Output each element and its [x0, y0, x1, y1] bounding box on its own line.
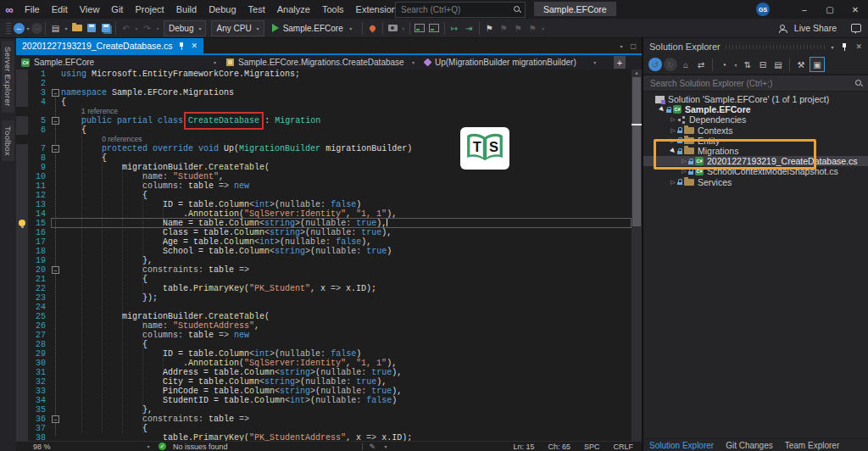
bottom-tab-team-explorer[interactable]: Team Explorer [779, 441, 845, 450]
tree-item-schoolcontextmodelsnapshot-cs[interactable]: ▷SchoolContextModelSnapshot.cs [643, 166, 868, 176]
code-line-24[interactable]: 24 [16, 303, 642, 312]
fold-margin[interactable] [51, 340, 61, 349]
menu-file[interactable]: File [19, 0, 46, 19]
breakpoint-margin[interactable] [16, 181, 28, 191]
pin-icon[interactable] [841, 43, 848, 51]
fold-margin[interactable] [51, 424, 61, 433]
scrollbar-thumb[interactable] [632, 77, 641, 226]
document-tab-active[interactable]: 20201227193219_CreateDatabase.cs ✕ [16, 38, 203, 53]
code-line-36[interactable]: 36– constraints: table => [16, 415, 642, 424]
fold-collapse-icon[interactable]: – [52, 145, 59, 153]
fold-margin[interactable] [51, 181, 61, 191]
code-line-35[interactable]: 35 }, [16, 405, 642, 415]
code-line-9[interactable]: 9 migrationBuilder.CreateTable( [16, 163, 642, 172]
code-line-5[interactable]: 5– public partial class CreateDatabase :… [16, 116, 642, 125]
breakpoint-margin[interactable] [16, 209, 28, 219]
breakpoint-margin[interactable] [16, 424, 28, 433]
fold-margin[interactable] [51, 125, 61, 135]
fold-collapse-icon[interactable]: – [52, 415, 59, 423]
breakpoint-margin[interactable] [16, 387, 28, 396]
developer-tools-icon[interactable]: ⚒ [794, 58, 808, 71]
undo-icon[interactable]: ↶ [119, 21, 133, 36]
code-line-7[interactable]: 7– protected override void Up(MigrationB… [16, 144, 642, 153]
toolbar-grip[interactable] [6, 22, 11, 34]
configuration-combo[interactable]: Debug▾ [164, 20, 206, 36]
preview-selected-icon[interactable]: ▣ [810, 57, 825, 72]
fold-margin[interactable] [51, 79, 61, 88]
save-all-icon[interactable] [98, 21, 113, 36]
tree-item-services[interactable]: ▷Services [643, 177, 868, 187]
fold-margin[interactable] [51, 219, 61, 228]
menu-edit[interactable]: Edit [46, 0, 74, 19]
code-line-3[interactable]: 3–namespace Sample.EFCore.Migrations [16, 88, 642, 97]
fold-margin[interactable]: – [51, 144, 61, 153]
code-line-13[interactable]: 13 ID = table.Column<int>(nullable: fals… [16, 200, 642, 209]
chevron-down-icon[interactable]: ▾ [732, 62, 739, 68]
start-debug-button[interactable]: Sample.EFCore▾ [267, 21, 359, 36]
tree-item-solution-sample-efcore-1-of-1-project-[interactable]: Solution 'Sample.EFCore' (1 of 1 project… [643, 94, 868, 104]
quick-search-box[interactable] [395, 2, 526, 18]
code-line-12[interactable]: 12 { [16, 191, 642, 200]
breakpoint-margin[interactable] [16, 256, 28, 265]
breakpoint-margin[interactable] [16, 116, 28, 125]
code-area[interactable]: T S ▲ 1using Microsoft.EntityFrameworkCo… [16, 70, 642, 441]
code-line-33[interactable]: 33 PinCode = table.Column<string>(nullab… [16, 387, 642, 396]
breakpoint-margin[interactable] [16, 163, 28, 172]
fold-margin[interactable] [51, 396, 61, 405]
switch-views-icon[interactable]: ⇄ [694, 58, 708, 71]
fold-margin[interactable] [51, 331, 61, 340]
fold-margin[interactable] [51, 321, 61, 331]
close-button[interactable]: ✕ [843, 0, 868, 19]
chevron-down-icon[interactable]: ▾ [63, 25, 70, 31]
nav-forward-icon[interactable]: ↻ [664, 58, 677, 71]
fold-margin[interactable] [51, 368, 61, 377]
code-line-17[interactable]: 17 Age = table.Column<int>(nullable: fal… [16, 237, 642, 247]
fold-collapse-icon[interactable]: – [52, 89, 59, 97]
tree-item-dependencies[interactable]: ▷Dependencies [643, 114, 868, 125]
nav-back-icon[interactable]: ↺ [648, 58, 662, 71]
fold-margin[interactable] [51, 303, 61, 312]
feedback-icon[interactable] [851, 24, 861, 32]
solution-search-input[interactable] [648, 78, 855, 89]
code-line-31[interactable]: 31 Address = table.Column<string>(nullab… [16, 368, 642, 377]
fold-margin[interactable] [51, 284, 61, 293]
code-line-2[interactable]: 2 [16, 79, 642, 88]
breakpoint-margin[interactable] [16, 219, 28, 228]
active-files-dropdown-icon[interactable]: ▾ [620, 43, 622, 49]
bookmark-icon[interactable]: ⚑ [482, 21, 497, 36]
code-line-11[interactable]: 11 columns: table => new [16, 181, 642, 191]
tab-options-icon[interactable]: ▢ [630, 42, 637, 50]
console-window-alt-icon[interactable] [427, 21, 442, 36]
collapsed-expander-icon[interactable]: ▷ [669, 116, 677, 123]
quick-search-input[interactable] [399, 4, 514, 15]
chevron-down-icon[interactable]: ▾ [154, 25, 161, 31]
breakpoint-margin[interactable] [16, 237, 28, 247]
breakpoint-margin[interactable] [16, 97, 28, 107]
lightbulb-icon[interactable] [19, 220, 25, 226]
breakpoint-margin[interactable] [16, 275, 28, 284]
menu-debug[interactable]: Debug [203, 0, 242, 19]
chevron-down-icon[interactable]: ▾ [133, 25, 140, 31]
collapsed-expander-icon[interactable]: ▷ [669, 137, 677, 144]
breakpoint-margin[interactable] [16, 172, 28, 181]
fold-margin[interactable] [51, 433, 61, 441]
code-line-25[interactable]: 25 migrationBuilder.CreateTable( [16, 312, 642, 321]
code-line-4[interactable]: 4{ [16, 97, 642, 107]
zoom-control[interactable]: 98 % ▾ [33, 443, 152, 451]
console-window-icon[interactable] [413, 21, 427, 36]
server-explorer-tab[interactable]: Server Explorer [2, 41, 14, 113]
code-line-28[interactable]: 28 { [16, 340, 642, 349]
code-line-20[interactable]: 20– constraints: table => [16, 265, 642, 275]
bookmark-clear-icon[interactable]: ⚑ [526, 21, 540, 36]
menu-analyze[interactable]: Analyze [271, 0, 316, 19]
hot-reload-icon[interactable] [365, 21, 380, 36]
tree-item-sample-efcore[interactable]: ▶Sample.EFCore [643, 104, 868, 114]
bottom-tab-git-changes[interactable]: Git Changes [720, 441, 779, 450]
fold-margin[interactable] [51, 153, 61, 163]
save-icon[interactable] [84, 21, 98, 36]
code-line-19[interactable]: 19 }, [16, 256, 642, 265]
chevron-down-icon[interactable]: ▾ [25, 25, 31, 31]
breakpoint-margin[interactable] [16, 144, 28, 153]
fold-margin[interactable] [51, 209, 61, 219]
breakpoint-margin[interactable] [16, 70, 28, 79]
